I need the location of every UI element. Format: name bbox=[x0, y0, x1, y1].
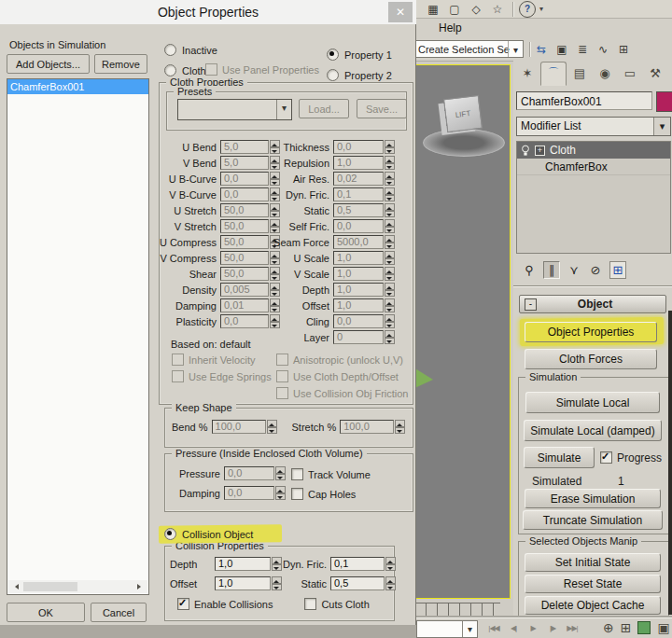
simulate-local-damped-button[interactable]: Simulate Local (damped) bbox=[524, 420, 662, 441]
help-icon[interactable]: ? bbox=[519, 1, 536, 18]
maximize-viewport-toggle-icon[interactable]: ▣ bbox=[657, 620, 669, 635]
spinner[interactable] bbox=[385, 576, 396, 590]
go-to-start-button[interactable]: |◀◀ bbox=[485, 621, 502, 635]
shape-selection-icon[interactable]: ☆ bbox=[488, 1, 507, 18]
param-value-field[interactable]: 0,5 bbox=[330, 576, 385, 590]
inactive-radio[interactable]: Inactive bbox=[164, 44, 217, 56]
panel-button[interactable]: Delete Object Cache bbox=[525, 596, 661, 615]
save-button[interactable]: Save... bbox=[357, 99, 407, 118]
truncate-simulation-button[interactable]: Truncate Simulation bbox=[523, 510, 663, 530]
object-color-swatch[interactable] bbox=[656, 91, 672, 112]
layer-manager-icon[interactable]: ≣ bbox=[573, 41, 592, 58]
tab-motion[interactable]: ◉ bbox=[593, 62, 617, 84]
panel-button[interactable]: Set Initial State bbox=[525, 553, 661, 572]
checkbox[interactable]: Cap Holes bbox=[291, 488, 371, 500]
collapse-icon[interactable]: - bbox=[525, 298, 537, 311]
checkbox[interactable]: Use Collision Obj Friction bbox=[276, 387, 408, 399]
load-button[interactable]: Load... bbox=[299, 99, 349, 118]
list-item[interactable]: ChamferBox001 bbox=[7, 79, 148, 94]
lightbulb-icon[interactable] bbox=[521, 145, 530, 157]
menu-help[interactable]: Help bbox=[439, 21, 462, 35]
progress-checkbox[interactable]: Progress bbox=[600, 451, 662, 464]
param-value-field[interactable]: 1,0 bbox=[333, 251, 384, 265]
remove-button[interactable]: Remove bbox=[94, 54, 147, 74]
panel-button[interactable]: Reset State bbox=[525, 575, 661, 593]
chevron-down-icon[interactable] bbox=[653, 118, 670, 135]
spinner[interactable] bbox=[385, 251, 395, 265]
render-setup-icon[interactable]: ⊞ bbox=[614, 41, 633, 58]
spinner[interactable] bbox=[385, 203, 395, 217]
rollout-object-header[interactable]: - Object bbox=[519, 295, 666, 313]
erase-simulation-button[interactable]: Erase Simulation bbox=[525, 489, 661, 508]
spinner[interactable] bbox=[385, 267, 395, 281]
param-value-field[interactable]: 0,0 bbox=[333, 140, 384, 154]
remove-modifier-icon[interactable]: ⊘ bbox=[588, 262, 603, 278]
spinner[interactable] bbox=[385, 156, 395, 170]
rectangular-selection-region-icon[interactable]: ▢ bbox=[445, 1, 464, 18]
param-value-field[interactable]: 0,0 bbox=[333, 219, 384, 233]
object-name-field[interactable]: ChamferBox001 bbox=[516, 91, 652, 110]
curve-editor-icon[interactable]: ∿ bbox=[594, 41, 612, 58]
spinner[interactable] bbox=[385, 557, 396, 571]
spinner[interactable] bbox=[385, 314, 395, 328]
presets-dropdown[interactable] bbox=[177, 99, 292, 120]
spinner[interactable] bbox=[385, 140, 395, 154]
spinner[interactable] bbox=[272, 557, 282, 571]
configure-modifier-sets-icon[interactable]: ⊞ bbox=[609, 261, 626, 279]
param-value-field[interactable]: 0 bbox=[333, 330, 384, 344]
scroll-left-icon[interactable] bbox=[8, 580, 21, 593]
spinner[interactable] bbox=[385, 330, 395, 344]
chevron-down-icon[interactable]: ▾ bbox=[539, 5, 543, 13]
spinner[interactable] bbox=[395, 420, 405, 434]
spinner[interactable] bbox=[267, 420, 277, 434]
object-properties-button[interactable]: Object Properties bbox=[525, 322, 657, 342]
param-value-field[interactable]: 100,0 bbox=[212, 420, 266, 434]
spinner[interactable] bbox=[385, 219, 395, 233]
param-value-field[interactable]: 0,1 bbox=[330, 557, 385, 571]
tab-hierarchy[interactable]: ▤ bbox=[567, 62, 592, 84]
pin-stack-icon[interactable]: ⚲ bbox=[522, 262, 537, 278]
isolate-selection-icon[interactable] bbox=[637, 621, 651, 634]
align-icon[interactable]: ▣ bbox=[553, 41, 571, 58]
chevron-down-icon[interactable] bbox=[462, 621, 477, 637]
use-panel-properties-checkbox[interactable]: Use Panel Properties bbox=[205, 63, 319, 76]
collision-object-radio[interactable]: Collision Object bbox=[164, 528, 253, 540]
checkbox[interactable]: Track Volume bbox=[291, 468, 371, 480]
ok-button[interactable]: OK bbox=[7, 603, 85, 622]
spinner[interactable] bbox=[385, 283, 395, 297]
spinner[interactable] bbox=[385, 172, 395, 186]
tab-create[interactable]: ✶ bbox=[515, 62, 539, 84]
tab-utilities[interactable]: ⚒ bbox=[643, 62, 667, 84]
set-key-mode-icon[interactable]: ⊕ bbox=[603, 620, 614, 635]
spinner[interactable] bbox=[385, 298, 395, 312]
param-value-field[interactable]: 1,0 bbox=[215, 576, 271, 590]
select-by-name-icon[interactable]: ▦ bbox=[424, 1, 442, 18]
show-end-result-icon[interactable]: ∥ bbox=[543, 261, 560, 279]
viewport-layout-grid-icon[interactable]: ⊞ bbox=[621, 620, 632, 635]
next-frame-button[interactable]: |▶ bbox=[544, 621, 561, 635]
status-dropdown[interactable] bbox=[416, 620, 478, 638]
chevron-down-icon[interactable] bbox=[508, 41, 523, 57]
spinner[interactable] bbox=[272, 576, 282, 590]
cloth-radio[interactable]: Cloth bbox=[164, 64, 206, 76]
objects-list[interactable]: ChamferBox001 bbox=[7, 78, 149, 595]
play-button[interactable]: ▶ bbox=[525, 621, 541, 635]
simulate-local-button[interactable]: Simulate Local bbox=[525, 392, 660, 413]
expand-icon[interactable]: + bbox=[535, 146, 545, 156]
param-value-field[interactable]: 0,0 bbox=[224, 486, 274, 500]
param-value-field[interactable]: 100,0 bbox=[340, 420, 394, 434]
param-value-field[interactable]: 0,02 bbox=[333, 172, 384, 186]
make-unique-icon[interactable]: ⋎ bbox=[567, 262, 581, 278]
property1-radio[interactable]: Property 1 bbox=[327, 49, 392, 61]
fence-selection-region-icon[interactable]: ◇ bbox=[467, 1, 485, 18]
cancel-button[interactable]: Cancel bbox=[91, 603, 147, 622]
param-value-field[interactable]: 1,0 bbox=[333, 298, 384, 312]
tab-display[interactable]: ▭ bbox=[618, 62, 642, 84]
param-value-field[interactable]: 1,0 bbox=[215, 557, 271, 571]
param-value-field[interactable]: 1,0 bbox=[333, 267, 384, 281]
checkbox[interactable]: Use Cloth Depth/Offset bbox=[276, 370, 408, 382]
param-value-field[interactable]: 5000,0 bbox=[333, 235, 384, 249]
param-value-field[interactable]: 0,0 bbox=[333, 314, 384, 328]
chevron-down-icon[interactable] bbox=[276, 100, 291, 119]
named-selection-set-combo[interactable]: Create Selection Se bbox=[413, 40, 524, 58]
